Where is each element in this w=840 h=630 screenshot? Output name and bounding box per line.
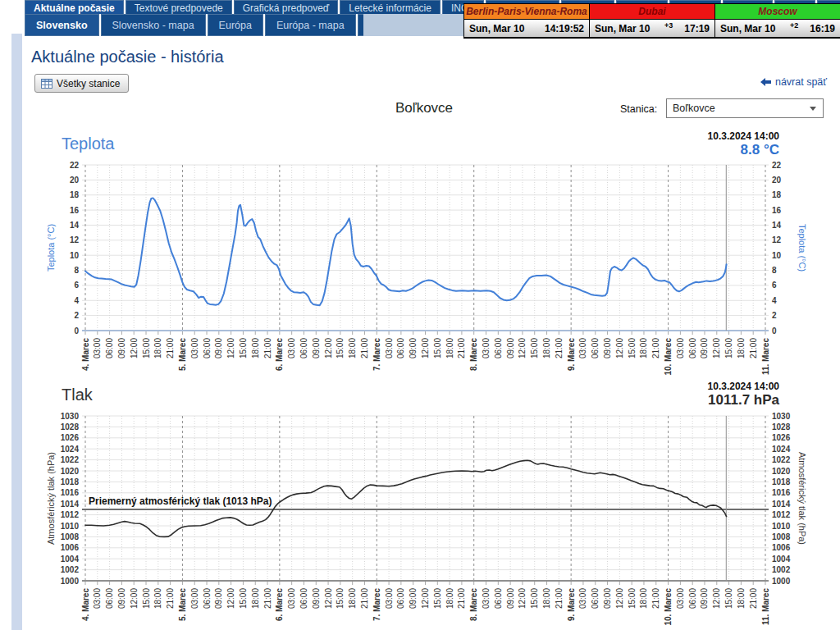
subnav-tab-slovensko-mapa[interactable]: Slovensko - mapa (101, 14, 206, 36)
svg-text:1014: 1014 (772, 500, 791, 509)
svg-text:21:00: 21:00 (263, 338, 272, 358)
nav-tab-textov-predpovede[interactable]: Textové predpovede (126, 0, 232, 14)
svg-text:21:00: 21:00 (651, 338, 660, 358)
svg-text:1006: 1006 (772, 543, 791, 552)
svg-text:03:00: 03:00 (287, 588, 296, 609)
svg-text:15:00: 15:00 (142, 338, 151, 358)
svg-text:16: 16 (70, 206, 80, 215)
svg-text:15:00: 15:00 (724, 588, 733, 609)
svg-text:10. Marec: 10. Marec (664, 338, 673, 376)
svg-text:18: 18 (772, 190, 782, 199)
svg-text:8: 8 (74, 266, 79, 275)
svg-text:12:00: 12:00 (421, 588, 430, 609)
svg-text:15:00: 15:00 (530, 338, 539, 358)
back-link[interactable]: návrat späť (760, 76, 827, 88)
svg-text:18:00: 18:00 (639, 588, 648, 609)
pressure-chart: 1000100010021002100410041006100610081008… (0, 377, 840, 630)
svg-text:11. Marec: 11. Marec (761, 338, 770, 375)
svg-text:15:00: 15:00 (239, 338, 248, 358)
svg-text:18:00: 18:00 (348, 588, 357, 609)
station-select[interactable]: Boľkovce (666, 98, 824, 118)
svg-text:21:00: 21:00 (166, 588, 175, 609)
page-title: Aktuálne počasie - história (31, 48, 224, 66)
svg-text:15:00: 15:00 (628, 338, 637, 358)
subnav-tab-eur-pa[interactable]: Európa (208, 14, 263, 36)
clock-time-row: Sun, Mar 10+317:19 (590, 20, 714, 37)
subnav-tab-slovensko[interactable]: Slovensko (25, 14, 99, 36)
svg-text:6. Marec: 6. Marec (275, 588, 284, 621)
svg-text:1018: 1018 (772, 477, 791, 486)
svg-text:0: 0 (772, 326, 777, 336)
nav-tab-aktu-lne-po-asie[interactable]: Aktuálne počasie (25, 0, 124, 14)
svg-text:09:00: 09:00 (117, 338, 126, 358)
svg-text:15:00: 15:00 (433, 338, 442, 358)
clock-date: Sun, Mar 10 (720, 23, 775, 34)
svg-text:1006: 1006 (61, 543, 80, 552)
svg-text:03:00: 03:00 (287, 338, 296, 358)
subnav-tab-eur-pa-mapa[interactable]: Európa - mapa (265, 14, 356, 36)
svg-text:1004: 1004 (772, 555, 791, 564)
svg-text:09:00: 09:00 (700, 338, 709, 358)
temperature-chart: 002244668810101212141416161818202022224.… (0, 123, 840, 379)
svg-text:09:00: 09:00 (506, 588, 515, 609)
svg-text:1004: 1004 (61, 555, 80, 564)
svg-text:10: 10 (772, 251, 782, 260)
svg-text:09:00: 09:00 (603, 588, 612, 609)
svg-text:1024: 1024 (772, 445, 791, 454)
svg-text:18: 18 (70, 190, 80, 199)
chevron-down-icon (810, 107, 816, 111)
svg-text:09:00: 09:00 (312, 588, 321, 609)
svg-text:06:00: 06:00 (494, 588, 503, 609)
clock-city-name: Moscow (715, 4, 840, 20)
station-select-value: Boľkovce (673, 103, 715, 114)
svg-text:1002: 1002 (772, 565, 791, 574)
svg-text:8. Marec: 8. Marec (469, 588, 478, 621)
svg-text:20: 20 (70, 176, 80, 185)
svg-text:12:00: 12:00 (130, 338, 139, 358)
svg-text:9. Marec: 9. Marec (567, 588, 576, 621)
svg-text:2: 2 (74, 311, 79, 320)
svg-text:21:00: 21:00 (360, 338, 369, 358)
clock-utc-offset: +2 (775, 21, 810, 30)
svg-text:Teplota (°C): Teplota (°C) (797, 224, 807, 272)
svg-text:1028: 1028 (61, 422, 80, 431)
all-stations-button[interactable]: Všetky stanice (34, 74, 129, 93)
svg-text:15:00: 15:00 (142, 588, 151, 609)
svg-text:06:00: 06:00 (494, 338, 503, 358)
nav-tab-leteck-inform-cie[interactable]: Letecké informácie (340, 0, 441, 14)
svg-text:21:00: 21:00 (749, 588, 758, 609)
svg-text:21:00: 21:00 (651, 588, 660, 609)
svg-text:1030: 1030 (61, 412, 80, 421)
svg-text:18:00: 18:00 (348, 338, 357, 358)
svg-text:10. Marec: 10. Marec (664, 588, 673, 626)
svg-text:14: 14 (70, 221, 80, 230)
svg-text:03:00: 03:00 (578, 588, 587, 609)
svg-text:06:00: 06:00 (396, 588, 405, 609)
svg-text:1026: 1026 (772, 433, 791, 442)
svg-text:1022: 1022 (61, 455, 80, 464)
all-stations-label: Všetky stanice (57, 78, 120, 89)
svg-text:06:00: 06:00 (299, 338, 308, 358)
svg-text:6. Marec: 6. Marec (275, 338, 284, 371)
svg-text:1000: 1000 (61, 577, 80, 586)
svg-text:12:00: 12:00 (324, 588, 333, 609)
svg-text:09:00: 09:00 (700, 588, 709, 609)
svg-text:09:00: 09:00 (214, 338, 223, 358)
svg-text:18:00: 18:00 (445, 588, 454, 609)
svg-text:1016: 1016 (772, 488, 791, 497)
svg-text:15:00: 15:00 (628, 588, 637, 609)
svg-text:Priemerný atmosférický tlak (1: Priemerný atmosférický tlak (1013 hPa) (89, 495, 272, 507)
svg-text:4: 4 (74, 296, 79, 305)
svg-text:4. Marec: 4. Marec (81, 588, 90, 621)
svg-text:03:00: 03:00 (676, 588, 685, 609)
svg-text:1022: 1022 (772, 455, 791, 464)
svg-text:18:00: 18:00 (251, 588, 260, 609)
clock-time: 17:19 (684, 23, 710, 34)
svg-text:21:00: 21:00 (555, 588, 564, 609)
clock-time-row: Sun, Mar 10+216:19 (715, 20, 840, 37)
svg-text:06:00: 06:00 (591, 588, 600, 609)
svg-text:09:00: 09:00 (409, 338, 418, 358)
nav-tab-grafick-predpove[interactable]: Grafická predpoveď (234, 0, 338, 14)
svg-text:06:00: 06:00 (203, 338, 212, 358)
svg-text:8: 8 (772, 266, 777, 275)
